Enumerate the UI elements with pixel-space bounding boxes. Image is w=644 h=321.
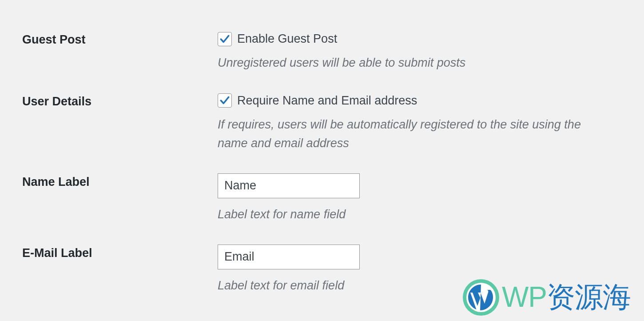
check-icon — [219, 33, 231, 45]
row-guest-post: Guest Post Enable Guest Post Unregistere… — [0, 13, 644, 77]
label-email-label: E-Mail Label — [22, 245, 218, 261]
settings-form: Guest Post Enable Guest Post Unregistere… — [0, 0, 644, 299]
field-name-label: Label text for name field — [218, 173, 622, 224]
field-user-details: Require Name and Email address If requir… — [218, 93, 622, 153]
input-email-label[interactable] — [218, 245, 360, 269]
label-guest-post: Guest Post — [22, 31, 218, 48]
label-name-label: Name Label — [22, 173, 218, 190]
field-guest-post: Enable Guest Post Unregistered users wil… — [218, 31, 622, 72]
description-name-label: Label text for name field — [218, 205, 595, 224]
checkbox-guest-post[interactable] — [218, 32, 232, 46]
row-name-label: Name Label Label text for name field — [0, 157, 644, 229]
checkbox-label-guest-post: Enable Guest Post — [237, 31, 337, 47]
check-icon — [219, 95, 231, 106]
checkbox-line-guest-post[interactable]: Enable Guest Post — [218, 31, 595, 47]
wordpress-icon — [463, 279, 499, 316]
checkbox-line-user-details[interactable]: Require Name and Email address — [218, 93, 595, 108]
watermark-text-wp: WP — [502, 281, 547, 313]
watermark-logo: WP资源海 — [463, 278, 631, 317]
row-user-details: User Details Require Name and Email addr… — [0, 77, 644, 157]
watermark-text: WP资源海 — [502, 278, 631, 317]
description-user-details: If requires, users will be automatically… — [218, 116, 595, 153]
label-user-details: User Details — [22, 93, 218, 109]
description-guest-post: Unregistered users will be able to submi… — [218, 54, 595, 72]
checkbox-label-user-details: Require Name and Email address — [237, 93, 417, 108]
checkbox-user-details[interactable] — [218, 93, 232, 108]
input-name-label[interactable] — [218, 173, 360, 198]
watermark-text-cn: 资源海 — [547, 281, 631, 313]
